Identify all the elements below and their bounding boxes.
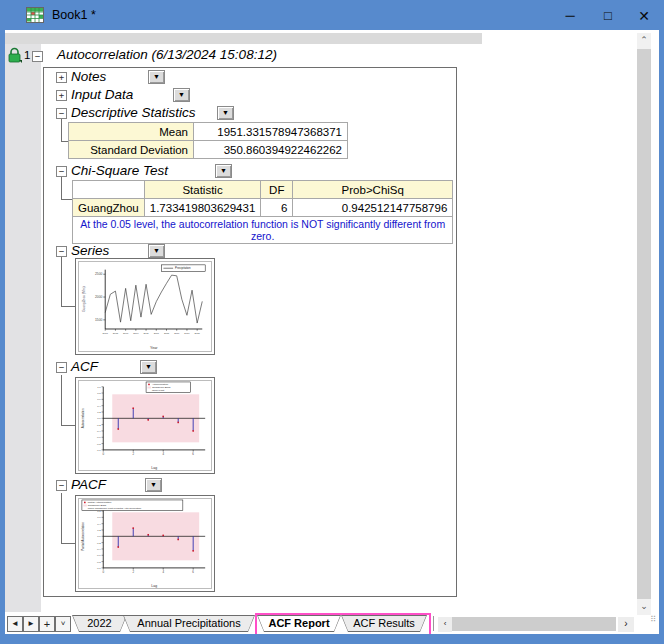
series-graph-canvas: 1500200025002003200520072009201120132015… xyxy=(78,261,212,352)
scroll-up-icon[interactable]: ⌃ xyxy=(637,33,651,49)
svg-text:2000: 2000 xyxy=(95,295,103,299)
section-label-chi-square-test[interactable]: Chi-Square Test xyxy=(71,163,168,178)
svg-text:0: 0 xyxy=(102,452,104,456)
stat-name-cell: Standard Deviation xyxy=(69,141,194,159)
tree-connector xyxy=(61,177,62,199)
svg-text:Autocorrelation: Autocorrelation xyxy=(81,408,85,428)
add-sheet-button[interactable]: + xyxy=(39,616,55,632)
svg-text:Partial Autocorrelation: Partial Autocorrelation xyxy=(81,522,85,551)
svg-text:Year: Year xyxy=(150,346,158,350)
worksheet-icon xyxy=(26,7,44,23)
series-graph[interactable]: 1500200025002003200520072009201120132015… xyxy=(75,258,215,355)
root-collapse-toggle[interactable]: − xyxy=(32,51,43,62)
tab-separator xyxy=(433,616,434,631)
acf-graph-canvas: 1.00.80.60.40.20.0-0.2-0.4-0.6-0.8-1.002… xyxy=(78,380,212,471)
series-collapse-toggle[interactable]: − xyxy=(56,246,67,257)
report-sheet-area: 1 − Autocorrelation (6/13/2024 15:08:12)… xyxy=(5,30,659,634)
series-dropdown-button[interactable]: ▼ xyxy=(148,244,165,258)
chi-square-footnote: At the 0.05 level, the autocorrelation f… xyxy=(73,217,453,244)
window-title: Book1 * xyxy=(52,8,96,22)
descriptive-statistics-table: Mean 1951.331578947368371 Standard Devia… xyxy=(68,122,348,159)
section-label-pacf[interactable]: PACF xyxy=(71,477,106,492)
acf-dropdown-button[interactable]: ▼ xyxy=(140,360,157,374)
pacf-collapse-toggle[interactable]: − xyxy=(56,480,67,491)
stat-name-cell: Mean xyxy=(69,123,194,141)
header-cell xyxy=(73,181,145,199)
svg-text:6: 6 xyxy=(192,452,194,456)
tab-2022[interactable]: 2022 xyxy=(72,615,127,632)
svg-text:2013: 2013 xyxy=(154,332,160,334)
svg-text:2019: 2019 xyxy=(184,332,190,334)
input-data-dropdown-button[interactable]: ▼ xyxy=(173,88,190,102)
notes-dropdown-button[interactable]: ▼ xyxy=(148,70,165,84)
svg-text:0.2: 0.2 xyxy=(97,411,101,414)
table-row: GuangZhou 1.733419803629431 6 0.94251214… xyxy=(73,199,453,217)
section-label-input-data[interactable]: Input Data xyxy=(71,87,133,102)
section-label-notes[interactable]: Notes xyxy=(71,69,106,84)
dataset-name-cell: GuangZhou xyxy=(73,199,145,217)
notes-expand-toggle[interactable]: + xyxy=(56,72,67,83)
acf-collapse-toggle[interactable]: − xyxy=(56,362,67,373)
table-header-row: Statistic DF Prob>ChiSq xyxy=(73,181,453,199)
chi-square-collapse-toggle[interactable]: − xyxy=(56,166,67,177)
header-cell: Prob>ChiSq xyxy=(293,181,453,199)
svg-text:6: 6 xyxy=(192,570,194,574)
hscroll-right-icon[interactable]: › xyxy=(618,617,634,632)
resize-grip[interactable]: ⠿ xyxy=(641,617,657,632)
input-data-expand-toggle[interactable]: + xyxy=(56,90,67,101)
svg-text:2011: 2011 xyxy=(144,332,150,334)
svg-text:Lag: Lag xyxy=(151,584,157,588)
svg-text:-0.6: -0.6 xyxy=(96,436,101,439)
sheet-list-button[interactable]: ˅ xyxy=(55,616,71,632)
close-icon[interactable]: ✕ xyxy=(632,6,656,26)
table-row: Mean 1951.331578947368371 xyxy=(69,123,348,141)
svg-text:0.6: 0.6 xyxy=(97,516,101,519)
svg-text:-0.8: -0.8 xyxy=(96,561,101,564)
tree-connector xyxy=(61,306,75,307)
tab-acf-results[interactable]: ACF Results xyxy=(341,615,427,632)
hscroll-left-icon[interactable]: ‹ xyxy=(438,617,452,632)
report-title[interactable]: Autocorrelation (6/13/2024 15:08:12) xyxy=(57,47,277,62)
header-cell: DF xyxy=(261,181,293,199)
scroll-down-icon[interactable]: ⌄ xyxy=(637,599,651,615)
pacf-graph[interactable]: 1.00.80.60.40.20.0-0.2-0.4-0.6-0.8-1.002… xyxy=(75,495,215,592)
svg-text:2005: 2005 xyxy=(113,332,119,334)
svg-text:2021: 2021 xyxy=(195,332,201,334)
svg-text:Upper Confidence Limit of Part: Upper Confidence Limit of Partial Auto-C… xyxy=(88,507,142,510)
window-titlebar[interactable]: Book1 * ─ □ ✕ xyxy=(0,0,664,30)
svg-text:0: 0 xyxy=(102,570,104,574)
tab-annual-precipitations[interactable]: Annual Precipitations xyxy=(123,615,255,632)
section-label-series[interactable]: Series xyxy=(71,243,109,258)
tree-connector xyxy=(61,119,62,141)
descriptive-statistics-collapse-toggle[interactable]: − xyxy=(56,108,67,119)
tree-connector xyxy=(61,493,62,543)
svg-text:2500: 2500 xyxy=(95,272,103,276)
acf-graph[interactable]: 1.00.80.60.40.20.0-0.2-0.4-0.6-0.8-1.002… xyxy=(75,377,215,474)
tab-prev-button[interactable]: ◄ xyxy=(7,616,23,632)
svg-text:4: 4 xyxy=(162,452,164,456)
svg-text:-1.0: -1.0 xyxy=(96,449,101,452)
hscroll-thumb[interactable] xyxy=(452,617,616,631)
tab-next-button[interactable]: ► xyxy=(23,616,39,632)
svg-text:-0.6: -0.6 xyxy=(96,554,101,557)
svg-text:1500: 1500 xyxy=(95,318,103,322)
svg-text:2003: 2003 xyxy=(103,332,109,334)
svg-text:-0.4: -0.4 xyxy=(96,430,101,433)
maximize-icon[interactable]: □ xyxy=(596,6,620,26)
pacf-dropdown-button[interactable]: ▼ xyxy=(145,478,162,492)
svg-text:0.4: 0.4 xyxy=(97,523,101,526)
pacf-graph-canvas: 1.00.80.60.40.20.0-0.2-0.4-0.6-0.8-1.002… xyxy=(78,498,212,589)
svg-text:2009: 2009 xyxy=(133,332,139,334)
sheet-tab-bar: ◄ ► + ˅ 2022 Annual Precipitations ACF R… xyxy=(5,615,659,634)
section-label-descriptive-statistics[interactable]: Descriptive Statistics xyxy=(71,105,196,120)
svg-text:-0.4: -0.4 xyxy=(96,548,101,551)
vertical-scrollbar[interactable]: ⌃ ⌄ xyxy=(637,33,651,615)
svg-text:1.0: 1.0 xyxy=(97,386,101,389)
svg-text:0.4: 0.4 xyxy=(97,405,101,408)
descriptive-statistics-dropdown-button[interactable]: ▼ xyxy=(217,106,234,120)
minimize-icon[interactable]: ─ xyxy=(558,6,582,26)
chi-square-dropdown-button[interactable]: ▼ xyxy=(215,164,232,178)
tab-acf-report[interactable]: ACF Report xyxy=(257,615,341,632)
svg-text:-0.2: -0.2 xyxy=(96,424,101,427)
section-label-acf[interactable]: ACF xyxy=(71,359,98,374)
